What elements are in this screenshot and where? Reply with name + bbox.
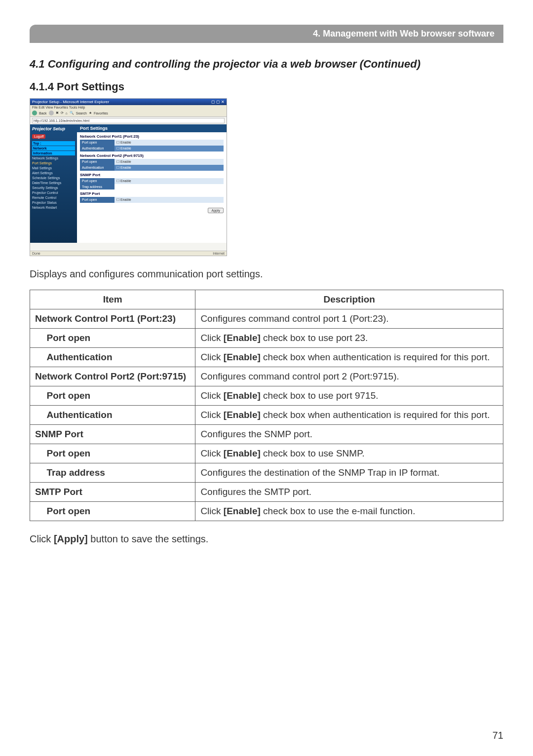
snmp-tr-item: Trap address: [42, 463, 195, 483]
nc2-portopen-value[interactable]: ☐ Enable: [114, 159, 224, 165]
window-titlebar: Projector Setup - Microsoft Internet Exp…: [30, 99, 227, 105]
nc2-po-item: Port open: [42, 386, 195, 406]
nc1-portopen-value[interactable]: ☐ Enable: [114, 140, 224, 146]
nc1-po-desc: Click [Enable] check box to use port 23.: [195, 329, 503, 348]
sidebar-item-network-restart[interactable]: Network Restart: [32, 205, 75, 210]
address-url[interactable]: http://192.168.1.10/admin/index.html: [34, 119, 89, 122]
refresh-icon[interactable]: ⟳: [61, 111, 64, 115]
snmp-block: SNMP Port Port open☐ Enable Trap address…: [80, 173, 224, 189]
sidebar-item-schedule-settings[interactable]: Schedule Settings: [32, 176, 75, 180]
smtp-item: SMTP Port: [30, 483, 195, 502]
sidebar-item-mail-settings[interactable]: Mail Settings: [32, 166, 75, 170]
nc2-block: Network Control Port2 (Port:9715) Port o…: [80, 153, 224, 171]
sidebar-item-security-settings[interactable]: Security Settings: [32, 186, 75, 190]
embedded-screenshot: Projector Setup - Microsoft Internet Exp…: [30, 98, 227, 256]
smtp-portopen-label: Port open: [80, 197, 114, 203]
caption-text: Displays and configures communication po…: [30, 268, 503, 280]
head-item: Item: [30, 290, 195, 309]
main-panel: Port Settings Network Control Port1 (Por…: [77, 124, 227, 243]
snmp-portopen-value[interactable]: ☐ Enable: [114, 178, 224, 184]
nc2-auth-label: Authentication: [80, 165, 114, 171]
menubar[interactable]: File Edit View Favorites Tools Help: [30, 105, 227, 110]
smtp-po-desc: Click [Enable] check box to use the e-ma…: [195, 502, 503, 521]
sidebar-item-alert-settings[interactable]: Alert Settings: [32, 171, 75, 175]
status-internet: Internet: [213, 252, 225, 255]
footer-note: Click [Apply] button to save the setting…: [30, 533, 503, 545]
nc1-au-desc: Click [Enable] check box when authentica…: [195, 348, 503, 367]
table-row: Port open Click [Enable] check box to us…: [30, 386, 503, 406]
table-row: SMTP Port Configures the SMTP port.: [30, 483, 503, 502]
nc2-heading: Network Control Port2 (Port:9715): [80, 153, 224, 158]
smtp-po-item: Port open: [42, 502, 195, 521]
table-row: Trap address Configures the destination …: [30, 463, 503, 483]
nc2-au-desc: Click [Enable] check box when authentica…: [195, 406, 503, 425]
table-row: Port open Click [Enable] check box to us…: [30, 502, 503, 521]
section-title: 4.1 Configuring and controlling the proj…: [30, 58, 503, 71]
sidebar-item-port-settings[interactable]: Port Settings: [32, 161, 75, 165]
nc2-item: Network Control Port2 (Port:9715): [30, 367, 195, 386]
table-row: Port open Click [Enable] check box to us…: [30, 444, 503, 463]
sidebar-top: Top :: [32, 141, 75, 146]
smtp-block: SMTP Port Port open☐ Enable: [80, 191, 224, 203]
favorites-label[interactable]: Favorites: [94, 112, 108, 115]
sidebar-network[interactable]: Network: [32, 146, 75, 151]
sidebar-logo: Projector Setup: [32, 126, 75, 131]
panel-heading: Port Settings: [77, 124, 227, 132]
nc1-po-item: Port open: [42, 329, 195, 348]
search-icon[interactable]: 🔍: [70, 111, 74, 115]
snmp-trap-label: Trap address: [80, 184, 114, 189]
search-label[interactable]: Search: [76, 112, 87, 115]
table-row: Authentication Click [Enable] check box …: [30, 406, 503, 425]
smtp-desc: Configures the SMTP port.: [195, 483, 503, 502]
logoff-button[interactable]: Logoff: [32, 134, 45, 139]
snmp-tr-desc: Configures the destination of the SNMP T…: [195, 463, 503, 483]
forward-icon[interactable]: [49, 111, 54, 115]
address-bar[interactable]: http://192.168.1.10/admin/index.html: [32, 118, 225, 123]
chapter-header: 4. Management with Web browser software: [30, 25, 503, 43]
snmp-trap-value[interactable]: 0.0.0.0: [114, 184, 224, 189]
sidebar-item-network-settings[interactable]: Network Settings: [32, 156, 75, 160]
head-desc: Description: [195, 290, 503, 309]
nc1-item: Network Control Port1 (Port:23): [30, 309, 195, 329]
nc1-portopen-label: Port open: [80, 140, 114, 146]
sidebar-information[interactable]: Information: [32, 151, 75, 155]
nc1-auth-value[interactable]: ☐ Enable: [114, 146, 224, 151]
window-controls[interactable]: ▢ ▢ ✕: [211, 100, 225, 104]
nc2-au-item: Authentication: [42, 406, 195, 425]
nc1-auth-label: Authentication: [80, 146, 114, 151]
back-label[interactable]: Back: [39, 112, 47, 115]
favorites-icon[interactable]: ★: [89, 111, 92, 115]
snmp-heading: SNMP Port: [80, 173, 224, 177]
nc2-auth-value[interactable]: ☐ Enable: [114, 165, 224, 171]
table-row: SNMP Port Configures the SNMP port.: [30, 425, 503, 444]
stop-icon[interactable]: ✖: [56, 111, 59, 115]
back-icon[interactable]: [32, 111, 37, 115]
settings-table: Item Description Network Control Port1 (…: [30, 290, 503, 521]
status-bar: Done Internet: [30, 251, 227, 256]
toolbar[interactable]: Back ✖ ⟳ ⌂ 🔍 Search ★ Favorites: [30, 110, 227, 117]
nc1-desc: Configures command control port 1 (Port:…: [195, 309, 503, 329]
smtp-portopen-value[interactable]: ☐ Enable: [114, 197, 224, 203]
sidebar-item-datetime-settings[interactable]: Date/Time Settings: [32, 181, 75, 185]
nc2-portopen-label: Port open: [80, 159, 114, 165]
sidebar-item-remote-control[interactable]: Remote Control: [32, 195, 75, 200]
sidebar-item-projector-status[interactable]: Projector Status: [32, 200, 75, 205]
table-header-row: Item Description: [30, 290, 503, 309]
home-icon[interactable]: ⌂: [66, 112, 68, 115]
sidebar: Projector Setup Logoff Top : Network Inf…: [30, 124, 77, 243]
snmp-desc: Configures the SNMP port.: [195, 425, 503, 444]
sidebar-item-projector-control[interactable]: Projector Control: [32, 190, 75, 195]
page-number: 71: [493, 730, 503, 741]
smtp-heading: SMTP Port: [80, 191, 224, 196]
snmp-portopen-label: Port open: [80, 178, 114, 184]
nc2-po-desc: Click [Enable] check box to use port 971…: [195, 386, 503, 406]
apply-button[interactable]: Apply: [208, 208, 224, 213]
nc2-desc: Configures command control port 2 (Port:…: [195, 367, 503, 386]
snmp-item: SNMP Port: [30, 425, 195, 444]
status-done: Done: [32, 252, 40, 255]
table-row: Network Control Port2 (Port:9715) Config…: [30, 367, 503, 386]
nc1-heading: Network Control Port1 (Port:23): [80, 134, 224, 139]
snmp-po-desc: Click [Enable] check box to use SNMP.: [195, 444, 503, 463]
subsection-title: 4.1.4 Port Settings: [30, 80, 503, 93]
table-row: Network Control Port1 (Port:23) Configur…: [30, 309, 503, 329]
